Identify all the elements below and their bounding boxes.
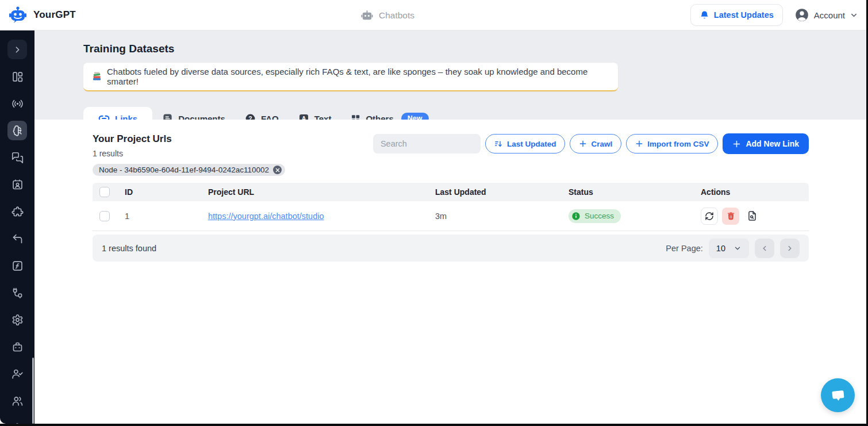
- top-header: YourGPT Chatbots Latest Updates: [0, 0, 866, 30]
- import-label: Import from CSV: [647, 140, 709, 148]
- plug-icon: [11, 287, 24, 299]
- sidebar: [0, 30, 34, 424]
- delete-button[interactable]: [722, 208, 739, 225]
- links-table: ID Project URL Last Updated Status Actio…: [93, 183, 809, 231]
- status-badge: Success: [569, 209, 621, 223]
- select-all-checkbox[interactable]: [99, 187, 110, 197]
- remove-filter-button[interactable]: [273, 166, 282, 174]
- import-from-csv-button[interactable]: Import from CSV: [626, 134, 718, 153]
- books-emoji-icon: [92, 71, 102, 82]
- callout-text: Chatbots fueled by diverse data sources,…: [107, 67, 609, 86]
- column-id: ID: [125, 187, 208, 197]
- gear-icon: [11, 314, 24, 326]
- chevron-down-icon: [733, 244, 742, 252]
- sort-last-updated-button[interactable]: Last Updated: [485, 134, 566, 153]
- chevron-right-icon: [13, 45, 22, 55]
- sidebar-item-history[interactable]: [7, 229, 27, 248]
- account-menu[interactable]: Account: [794, 7, 858, 22]
- crawl-button[interactable]: Crawl: [570, 134, 621, 153]
- robot-icon: [11, 341, 24, 353]
- search-input[interactable]: [373, 134, 481, 153]
- sidebar-item-chatbot[interactable]: [7, 337, 27, 356]
- refresh-icon: [705, 212, 714, 221]
- sidebar-expand-button[interactable]: [7, 40, 27, 59]
- app-window: YourGPT Chatbots Latest Updates: [0, 0, 866, 424]
- main-content: Training Datasets Chatbots fueled by div…: [34, 30, 866, 424]
- project-url-link[interactable]: https://yourgpt.ai/chatbot/studio: [208, 212, 324, 221]
- table-header-row: ID Project URL Last Updated Status Actio…: [93, 183, 809, 201]
- brain-icon: [11, 125, 24, 137]
- add-new-link-button[interactable]: Add New Link: [723, 133, 809, 154]
- per-page-label: Per Page:: [666, 244, 703, 253]
- crawl-label: Crawl: [591, 140, 612, 148]
- sidebar-scrollbar[interactable]: [32, 358, 34, 424]
- row-checkbox[interactable]: [99, 211, 110, 221]
- add-label: Add New Link: [746, 139, 799, 148]
- nav-chatbots-label: Chatbots: [379, 10, 414, 21]
- per-page-select[interactable]: 10: [709, 239, 749, 258]
- column-status: Status: [569, 187, 701, 197]
- sidebar-item-leads[interactable]: [7, 364, 27, 383]
- brand-name: YourGPT: [33, 9, 76, 21]
- chat-widget-button[interactable]: [821, 378, 855, 412]
- chat-bubbles-icon: [11, 152, 24, 164]
- sidebar-item-training[interactable]: [7, 121, 27, 140]
- sidebar-item-functions[interactable]: [7, 256, 27, 275]
- sidebar-item-connectors[interactable]: [7, 283, 27, 302]
- panel-toolbar: Your Project Urls 1 results Node - 34b65…: [93, 133, 809, 176]
- latest-updates-button[interactable]: Latest Updates: [690, 4, 783, 26]
- per-page-value: 10: [716, 244, 725, 253]
- sidebar-item-contacts[interactable]: [7, 175, 27, 194]
- sidebar-item-chats[interactable]: [7, 148, 27, 167]
- toolbar-controls: Last Updated Crawl Import from CSV Add N…: [373, 133, 809, 154]
- prev-page-button[interactable]: [755, 239, 774, 258]
- puzzle-icon: [11, 206, 24, 218]
- node-filter-tag: Node - 34b6590e-604d-11ef-9494-0242ac110…: [93, 164, 285, 176]
- sidebar-item-team[interactable]: [7, 391, 27, 410]
- file-search-icon: [747, 210, 758, 221]
- chatbots-robot-icon: [360, 9, 374, 22]
- users-icon: [11, 395, 24, 407]
- undo-icon: [11, 233, 24, 245]
- dashboard-icon: [11, 71, 24, 83]
- bell-icon: [700, 10, 709, 20]
- brand[interactable]: YourGPT: [8, 5, 76, 25]
- sort-label: Last Updated: [507, 140, 556, 148]
- trash-icon: [727, 212, 735, 220]
- chevron-right-icon: [786, 244, 794, 252]
- sidebar-item-settings[interactable]: [7, 310, 27, 329]
- broadcast-icon: [11, 98, 24, 110]
- chat-bubble-icon: [830, 387, 846, 404]
- column-last-updated: Last Updated: [435, 187, 569, 197]
- chevron-left-icon: [761, 244, 769, 252]
- header-right: Latest Updates Account: [690, 4, 858, 26]
- sidebar-item-partial[interactable]: [11, 421, 24, 424]
- account-label: Account: [814, 10, 845, 20]
- toolbar-left: Your Project Urls 1 results Node - 34b65…: [93, 133, 285, 176]
- partial-icon: [11, 421, 24, 424]
- user-check-icon: [11, 368, 24, 380]
- sidebar-item-broadcast[interactable]: [7, 94, 27, 113]
- close-icon: [275, 168, 280, 172]
- sidebar-item-integrations[interactable]: [7, 202, 27, 221]
- row-id: 1: [125, 212, 208, 221]
- info-circle-icon: [571, 212, 581, 221]
- nav-chatbots[interactable]: Chatbots: [360, 0, 414, 30]
- column-project-url: Project URL: [208, 187, 435, 197]
- row-actions: [701, 208, 809, 225]
- next-page-button[interactable]: [780, 239, 800, 258]
- account-avatar-icon: [794, 7, 809, 22]
- column-actions: Actions: [701, 187, 809, 197]
- plus-icon: [732, 140, 741, 148]
- table-footer: 1 results found Per Page: 10: [93, 235, 809, 262]
- plus-icon: [579, 140, 587, 148]
- view-content-button[interactable]: [743, 208, 761, 225]
- links-panel: Your Project Urls 1 results Node - 34b65…: [34, 120, 866, 424]
- contact-card-icon: [11, 179, 24, 191]
- refresh-button[interactable]: [701, 208, 718, 225]
- section-title: Your Project Urls: [93, 133, 285, 145]
- row-last-updated: 3m: [435, 212, 569, 221]
- yourgpt-robot-logo-icon: [8, 5, 28, 25]
- function-square-icon: [11, 260, 24, 272]
- sidebar-item-dashboard[interactable]: [7, 67, 27, 86]
